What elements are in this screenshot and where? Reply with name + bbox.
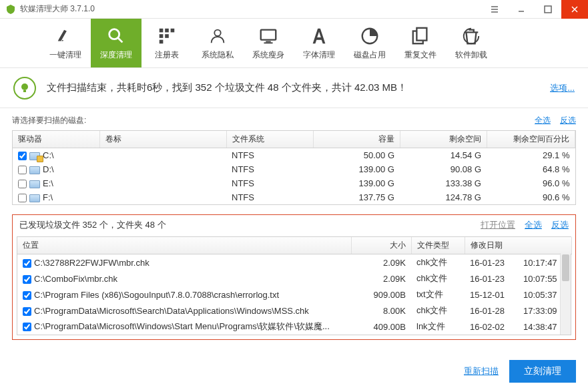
drive-name: C:\ [43, 150, 54, 160]
found-invert-link[interactable]: 反选 [551, 219, 569, 231]
drive-pct: 90.6 % [487, 190, 575, 204]
found-select-all-link[interactable]: 全选 [525, 219, 542, 231]
svg-point-1 [109, 29, 119, 39]
drive-name: F:\ [43, 192, 53, 202]
open-location-link[interactable]: 打开位置 [481, 219, 515, 231]
col-mtime[interactable]: 修改日期 [465, 237, 571, 254]
file-checkbox[interactable] [23, 275, 31, 284]
maximize-button[interactable] [535, 0, 561, 19]
col-capacity[interactable]: 容量 [313, 131, 400, 148]
svg-rect-14 [416, 28, 426, 41]
scrollbar-thumb[interactable] [562, 254, 569, 281]
file-size: 409.00B [351, 319, 411, 335]
disk-checkbox[interactable] [18, 194, 27, 202]
slim-icon [258, 25, 279, 47]
drive-cap: 139.00 G [313, 162, 400, 176]
disk-invert-link[interactable]: 反选 [560, 115, 576, 126]
tab-deep-clean[interactable]: 深度清理 [91, 19, 141, 67]
tab-label: 软件卸载 [455, 49, 487, 61]
file-date: 16-02-02 [465, 319, 518, 335]
file-row[interactable]: C:\32788R22FWJFW\mbr.chk2.09Kchk文件16-01-… [17, 254, 571, 271]
col-fs[interactable]: 文件系统 [226, 131, 313, 148]
uninstall-icon [461, 25, 482, 47]
menu-button[interactable] [481, 0, 508, 19]
registry-icon [156, 25, 178, 47]
found-summary: 已发现垃圾文件 352 个，文件夹 48 个 [19, 219, 166, 231]
disk-checkbox[interactable] [18, 166, 27, 174]
titlebar: 软媒清理大师 3.7.1.0 [0, 0, 588, 19]
file-scrollbar[interactable] [560, 253, 571, 335]
drive-pct: 64.8 % [487, 162, 575, 176]
file-checkbox[interactable] [23, 323, 31, 331]
options-link[interactable]: 选项... [550, 82, 575, 94]
disk-select-all-link[interactable]: 全选 [535, 115, 551, 126]
tab-dup[interactable]: 重复文件 [395, 19, 446, 67]
file-row[interactable]: C:\Program Files (x86)\SogouInput\7.8.0.… [17, 286, 571, 303]
disk-row[interactable]: F:\NTFS137.75 G124.78 G90.6 % [13, 190, 575, 204]
col-drive[interactable]: 驱动器 [13, 131, 99, 148]
rescan-button[interactable]: 重新扫描 [464, 365, 499, 377]
drive-pct: 29.1 % [487, 148, 575, 163]
file-row[interactable]: C:\ComboFix\mbr.chk2.09Kchk文件16-01-2310:… [17, 270, 571, 286]
file-type: lnk文件 [411, 319, 465, 335]
tab-font[interactable]: 字体清理 [294, 19, 344, 67]
svg-rect-11 [264, 42, 272, 43]
file-date: 16-01-28 [465, 303, 518, 319]
disk-icon [359, 25, 380, 47]
tab-slim[interactable]: 系统瘦身 [243, 19, 294, 67]
tab-label: 系统瘦身 [252, 49, 284, 61]
dup-icon [410, 25, 431, 47]
file-path: C:\ProgramData\Microsoft\Search\Data\App… [34, 306, 309, 316]
col-path[interactable]: 位置 [17, 237, 351, 254]
drive-cap: 137.75 G [313, 190, 400, 204]
disk-row[interactable]: D:\NTFS139.00 G90.08 G64.8 % [13, 162, 575, 176]
drive-icon [29, 166, 40, 174]
file-path: C:\32788R22FWJFW\mbr.chk [34, 258, 150, 268]
col-pct[interactable]: 剩余空间百分比 [487, 131, 575, 148]
drive-vol [99, 162, 226, 176]
drive-vol [99, 148, 226, 163]
tab-privacy[interactable]: 系统隐私 [192, 19, 243, 67]
disk-table: 驱动器 卷标 文件系统 容量 剩余空间 剩余空间百分比 C:\NTFS50.00… [12, 130, 576, 205]
drive-free: 90.08 G [400, 162, 487, 176]
disk-checkbox[interactable] [18, 180, 27, 188]
tab-label: 磁盘占用 [354, 49, 386, 61]
disk-checkbox[interactable] [18, 152, 27, 160]
file-date: 16-01-23 [465, 254, 518, 271]
file-path: C:\ProgramData\Microsoft\Windows\Start M… [34, 321, 330, 331]
col-type[interactable]: 文件类型 [411, 237, 465, 254]
col-free[interactable]: 剩余空间 [400, 131, 487, 148]
privacy-icon [207, 25, 228, 47]
clean-button[interactable]: 立刻清理 [509, 360, 576, 383]
col-size[interactable]: 大小 [351, 237, 411, 254]
file-path: C:\Program Files (x86)\SogouInput\7.8.0.… [34, 290, 279, 300]
file-checkbox[interactable] [23, 259, 31, 268]
tab-quick-clean[interactable]: 一键清理 [40, 19, 91, 67]
disk-row[interactable]: E:\NTFS139.00 G133.38 G96.0 % [13, 176, 575, 190]
file-type: chk文件 [411, 254, 465, 271]
bulb-icon [13, 77, 36, 100]
file-checkbox[interactable] [23, 291, 31, 300]
drive-icon [29, 180, 40, 188]
tab-registry[interactable]: 注册表 [141, 19, 192, 67]
drive-vol [99, 190, 226, 204]
tab-label: 一键清理 [49, 49, 81, 61]
disk-section-header: 请选择要扫描的磁盘: 全选 反选 [0, 108, 588, 130]
svg-rect-9 [261, 30, 276, 40]
file-row[interactable]: C:\ProgramData\Microsoft\Search\Data\App… [17, 303, 571, 319]
minimize-button[interactable] [508, 0, 535, 19]
file-row[interactable]: C:\ProgramData\Microsoft\Windows\Start M… [17, 319, 571, 335]
drive-free: 133.38 G [400, 176, 487, 190]
tab-disk[interactable]: 磁盘占用 [344, 19, 395, 67]
file-size: 8.00K [351, 303, 411, 319]
disk-row[interactable]: C:\NTFS50.00 G14.54 G29.1 % [13, 148, 575, 163]
col-label[interactable]: 卷标 [99, 131, 226, 148]
tab-uninstall[interactable]: 软件卸载 [446, 19, 497, 67]
drive-cap: 50.00 G [313, 148, 400, 163]
file-checkbox[interactable] [23, 307, 31, 316]
close-button[interactable] [561, 0, 588, 19]
app-logo-icon [5, 4, 16, 15]
drive-fs: NTFS [226, 190, 313, 204]
drive-icon [29, 152, 40, 160]
file-type: chk文件 [411, 303, 465, 319]
